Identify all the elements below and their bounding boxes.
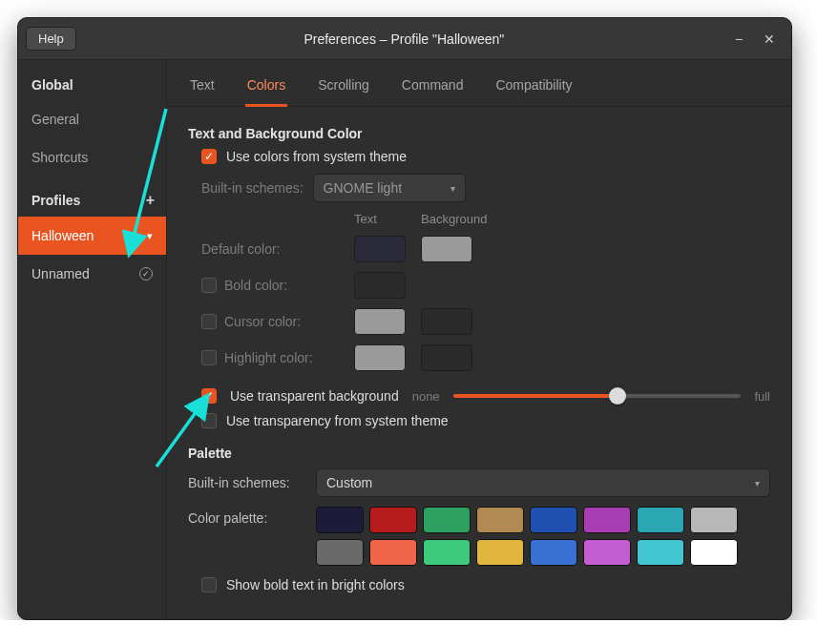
checkbox-bold-color[interactable] [201,278,217,293]
chevron-down-icon: ▾ [755,478,760,488]
checkbox-show-bold-bright[interactable] [201,577,217,592]
profile-label: Halloween [31,228,94,243]
checkbox-use-system-colors[interactable] [201,149,217,164]
th-background: Background [421,212,497,226]
help-button[interactable]: Help [26,27,76,51]
label-use-trans-system: Use transparency from system theme [226,413,449,428]
palette-swatch[interactable] [530,507,577,533]
sidebar-heading-global: Global [18,66,166,100]
profile-label: Unnamed [31,266,90,281]
palette-swatch[interactable] [423,507,471,533]
swatch-cursor-bg[interactable] [421,308,472,335]
swatch-highlight-text[interactable] [354,344,406,371]
profile-halloween[interactable]: Halloween ▾ [18,217,166,255]
chevron-down-icon: ▾ [450,183,455,194]
label-builtin-schemes: Built-in schemes: [201,180,304,196]
slider-full-label: full [754,389,770,404]
chevron-down-icon: ▾ [147,231,153,241]
palette-swatch[interactable] [476,539,524,566]
section-text-bg: Text and Background Color [188,126,770,141]
palette-swatch[interactable] [316,507,364,533]
tabs: Text Colors Scrolling Command Compatibil… [167,60,791,107]
label-use-system-colors: Use colors from system theme [226,149,407,164]
close-button[interactable]: ✕ [763,31,776,47]
tab-command[interactable]: Command [400,72,466,106]
section-palette: Palette [188,446,770,461]
select-builtin-scheme[interactable]: GNOME light ▾ [313,174,466,202]
swatch-bold-text[interactable] [354,272,406,299]
checkbox-use-transparent-bg[interactable] [201,388,217,404]
palette-swatch[interactable] [369,507,417,533]
checkbox-use-trans-system[interactable] [201,413,217,428]
transparency-slider[interactable] [453,386,742,405]
label-color-palette: Color palette: [188,507,303,526]
tab-scrolling[interactable]: Scrolling [316,72,371,106]
profile-unnamed[interactable]: Unnamed ✓ [18,255,166,293]
select-value: GNOME light [324,180,402,196]
add-profile-button[interactable]: + [146,192,155,209]
titlebar: Help Preferences – Profile "Halloween" −… [18,18,791,60]
palette-swatch[interactable] [583,539,631,566]
label-default-color: Default color: [201,241,280,257]
sidebar: Global General Shortcuts Profiles + Hall… [18,60,167,619]
slider-none-label: none [412,389,440,404]
palette-swatch[interactable] [690,539,738,566]
label-use-transparent-bg: Use transparent background [230,388,399,404]
palette-swatches [316,507,755,566]
check-circle-icon: ✓ [139,267,153,280]
palette-swatch[interactable] [530,539,577,566]
palette-swatch[interactable] [690,507,738,533]
palette-swatch[interactable] [423,539,471,566]
checkbox-highlight-color[interactable] [201,350,217,365]
swatch-default-text[interactable] [354,236,406,262]
sidebar-item-shortcuts[interactable]: Shortcuts [18,138,166,177]
th-text: Text [354,212,409,226]
swatch-highlight-bg[interactable] [421,344,472,371]
label-cursor-color: Cursor color: [224,314,301,329]
palette-swatch[interactable] [637,539,684,566]
tab-colors[interactable]: Colors [245,72,287,107]
tab-compatibility[interactable]: Compatibility [493,72,574,106]
content-pane: Text Colors Scrolling Command Compatibil… [167,60,791,619]
sidebar-item-general[interactable]: General [18,100,166,138]
swatch-cursor-text[interactable] [354,308,406,335]
checkbox-cursor-color[interactable] [201,314,217,329]
palette-swatch[interactable] [583,507,631,533]
label-palette-builtin: Built-in schemes: [188,475,303,490]
label-highlight-color: Highlight color: [224,350,313,365]
tab-text[interactable]: Text [188,72,217,106]
label-bold-color: Bold color: [224,278,287,293]
select-palette-scheme[interactable]: Custom ▾ [316,468,770,497]
palette-swatch[interactable] [369,539,417,566]
select-value: Custom [326,475,372,490]
palette-swatch[interactable] [316,539,364,566]
sidebar-heading-profiles: Profiles [31,193,80,208]
preferences-window: Help Preferences – Profile "Halloween" −… [17,17,792,620]
window-title: Preferences – Profile "Halloween" [76,31,732,47]
label-show-bold-bright: Show bold text in bright colors [226,577,405,592]
minimize-button[interactable]: − [732,31,745,47]
palette-swatch[interactable] [637,507,684,533]
palette-swatch[interactable] [476,507,524,533]
swatch-default-bg[interactable] [421,236,472,262]
